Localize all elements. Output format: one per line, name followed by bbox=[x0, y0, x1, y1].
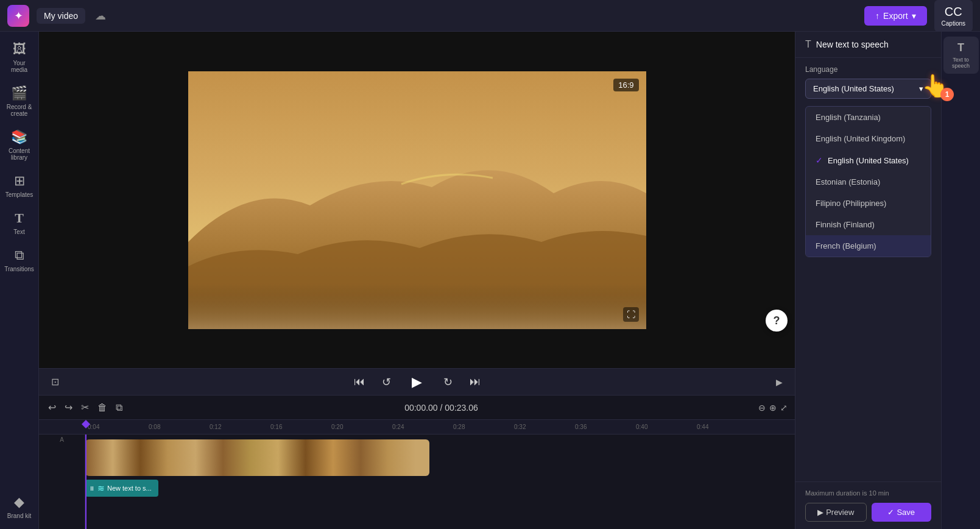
ruler-mark-0: 0:04 bbox=[85, 424, 146, 430]
video-background bbox=[188, 71, 646, 329]
sidebar-item-tts[interactable]: T Text to speech bbox=[943, 37, 979, 74]
sidebar-item-brand-kit[interactable]: ◆ Brand kit bbox=[2, 489, 37, 524]
check-icon: ✓ bbox=[816, 155, 823, 165]
app-logo[interactable]: ✦ bbox=[7, 5, 29, 27]
captions-icon: CC bbox=[945, 5, 962, 19]
duplicate-button[interactable]: ⧉ bbox=[114, 400, 124, 415]
dropdown-item-3-label: Estonian (Estonia) bbox=[816, 177, 880, 186]
ruler-mark-6: 0:28 bbox=[451, 424, 512, 430]
play-button[interactable]: ▶ bbox=[406, 371, 429, 394]
export-chevron-icon: ▾ bbox=[912, 11, 916, 21]
skip-to-end-button[interactable]: ⏭ bbox=[467, 373, 483, 391]
panel-collapse-icon[interactable]: ▶ bbox=[776, 377, 783, 387]
video-thumbnails bbox=[85, 439, 429, 476]
cursor-hand-2: 👆 bbox=[931, 246, 931, 257]
export-button[interactable]: ↑ Export ▾ bbox=[864, 6, 926, 26]
panel-footer: Maximum duration is 10 min ▶ Preview ✓ S… bbox=[795, 481, 941, 529]
save-check-icon: ✓ bbox=[887, 508, 894, 517]
transitions-icon: ⧉ bbox=[15, 247, 24, 263]
captions-button[interactable]: CC Captions bbox=[934, 0, 973, 32]
preview-play-icon: ▶ bbox=[817, 508, 823, 517]
zoom-out-button[interactable]: ⊖ bbox=[758, 403, 766, 413]
svg-rect-1 bbox=[188, 285, 646, 329]
ruler-mark-1: 0:08 bbox=[146, 424, 207, 430]
fit-button[interactable]: ⤢ bbox=[780, 403, 788, 413]
timeline-ruler: 0:04 0:08 0:12 0:16 0:20 0:24 0:28 0:32 … bbox=[39, 420, 795, 435]
text-icon: T bbox=[15, 210, 24, 226]
playback-controls: ⊡ ⏮ ↺ ▶ ↻ ⏭ ▶ bbox=[39, 368, 795, 395]
save-button[interactable]: ✓ Save bbox=[872, 503, 932, 522]
sidebar-item-your-media[interactable]: 🖼 Your media bbox=[2, 37, 37, 78]
timeline-tracks: ⏸ ≋ New text to s... bbox=[39, 435, 795, 529]
dropdown-item-4[interactable]: Filipino (Philippines) bbox=[806, 193, 931, 214]
tts-sidebar-icon: T bbox=[957, 41, 964, 54]
topbar: ✦ My video ☁ ↑ Export ▾ CC Captions bbox=[0, 0, 980, 32]
zoom-controls: ⊖ ⊕ ⤢ bbox=[758, 403, 788, 413]
timeline: ↩ ↪ ✂ 🗑 ⧉ 00:00.00 / 00:23.06 ⊖ ⊕ ⤢ V A bbox=[39, 395, 795, 529]
playhead-line bbox=[85, 435, 86, 529]
select-chevron-icon: ▾ bbox=[919, 84, 923, 93]
photo-icon: 🖼 bbox=[13, 41, 26, 57]
video-track[interactable] bbox=[85, 439, 429, 476]
video-frame: 16:9 ⛶ bbox=[188, 71, 646, 329]
delete-button[interactable]: 🗑 bbox=[96, 400, 109, 415]
rewind-5s-button[interactable]: ↺ bbox=[379, 373, 393, 391]
aspect-ratio-badge: 16:9 bbox=[613, 79, 638, 91]
brand-icon: ◆ bbox=[14, 494, 24, 510]
templates-icon: ⊞ bbox=[14, 173, 25, 189]
dropdown-item-0-label: English (Tanzania) bbox=[816, 113, 881, 122]
language-dropdown: English (Tanzania) English (United Kingd… bbox=[805, 106, 931, 257]
undo-button[interactable]: ↩ bbox=[46, 400, 58, 415]
time-display: 00:00.00 / 00:23.06 bbox=[129, 403, 753, 413]
dropdown-item-5[interactable]: Finnish (Finland) bbox=[806, 214, 931, 235]
max-duration-note: Maximum duration is 10 min bbox=[805, 489, 931, 497]
tts-waveform-icon: ≋ bbox=[97, 483, 105, 493]
dropdown-item-1[interactable]: English (United Kingdom) bbox=[806, 128, 931, 149]
record-icon: 🎬 bbox=[11, 85, 27, 101]
subtitle-icon: ⊡ bbox=[51, 376, 59, 388]
redo-button[interactable]: ↪ bbox=[63, 400, 74, 415]
preview-button[interactable]: ▶ Preview bbox=[805, 503, 867, 522]
tts-pause-icon: ⏸ bbox=[89, 485, 95, 492]
cursor-annotation-2: 👆 2 bbox=[931, 246, 931, 257]
dune-svg bbox=[188, 71, 646, 329]
zoom-in-button[interactable]: ⊕ bbox=[769, 403, 777, 413]
forward-5s-button[interactable]: ↻ bbox=[441, 373, 455, 391]
project-name[interactable]: My video bbox=[37, 8, 85, 24]
ruler-mark-4: 0:20 bbox=[329, 424, 390, 430]
dropdown-item-2[interactable]: ✓ English (United States) bbox=[806, 149, 931, 171]
fullscreen-button[interactable]: ⛶ bbox=[623, 307, 639, 322]
sidebar-item-transitions[interactable]: ⧉ Transitions bbox=[2, 243, 37, 277]
cut-button[interactable]: ✂ bbox=[79, 400, 91, 415]
video-canvas: 16:9 ⛶ ? bbox=[39, 32, 795, 368]
tts-panel-icon: T bbox=[805, 39, 811, 50]
skip-to-start-button[interactable]: ⏮ bbox=[351, 373, 367, 391]
dropdown-item-2-label: English (United States) bbox=[828, 156, 909, 165]
right-panel-title: New text to speech bbox=[816, 40, 889, 49]
dropdown-item-4-label: Filipino (Philippines) bbox=[816, 199, 886, 208]
ruler-mark-10: 0:44 bbox=[694, 424, 755, 430]
dropdown-item-5-label: Finnish (Finland) bbox=[816, 220, 875, 229]
footer-buttons: ▶ Preview ✓ Save bbox=[805, 503, 931, 522]
library-icon: 📚 bbox=[11, 129, 27, 145]
dropdown-item-3[interactable]: Estonian (Estonia) bbox=[806, 171, 931, 193]
language-label: Language bbox=[805, 65, 931, 74]
dropdown-item-0[interactable]: English (Tanzania) bbox=[806, 107, 931, 128]
dropdown-item-6[interactable]: French (Belgium) 👆 2 bbox=[806, 235, 931, 257]
language-select[interactable]: English (United States) ▾ 👆 1 bbox=[805, 79, 931, 99]
center-area: 16:9 ⛶ ? ⊡ ⏮ ↺ ▶ ↻ ⏭ ▶ ↩ ↪ ✂ 🗑 ⧉ 00:00.0… bbox=[39, 32, 795, 529]
ruler-mark-2: 0:12 bbox=[207, 424, 268, 430]
timeline-toolbar: ↩ ↪ ✂ 🗑 ⧉ 00:00.00 / 00:23.06 ⊖ ⊕ ⤢ bbox=[39, 396, 795, 420]
sidebar-item-text[interactable]: T Text bbox=[2, 205, 37, 240]
tts-track[interactable]: ⏸ ≋ New text to s... bbox=[85, 480, 158, 497]
right-panel: T New text to speech Language English (U… bbox=[795, 32, 941, 529]
sidebar-item-content-library[interactable]: 📚 Content library bbox=[2, 124, 37, 166]
left-sidebar: 🖼 Your media 🎬 Record & create 📚 Content… bbox=[0, 32, 39, 529]
help-button[interactable]: ? bbox=[766, 310, 788, 332]
main-layout: 🖼 Your media 🎬 Record & create 📚 Content… bbox=[0, 32, 980, 529]
sidebar-item-record-create[interactable]: 🎬 Record & create bbox=[2, 80, 37, 122]
ruler-marks: 0:04 0:08 0:12 0:16 0:20 0:24 0:28 0:32 … bbox=[85, 424, 755, 430]
cloud-save-icon: ☁ bbox=[95, 9, 106, 23]
ruler-mark-5: 0:24 bbox=[390, 424, 451, 430]
sidebar-item-templates[interactable]: ⊞ Templates bbox=[2, 168, 37, 203]
